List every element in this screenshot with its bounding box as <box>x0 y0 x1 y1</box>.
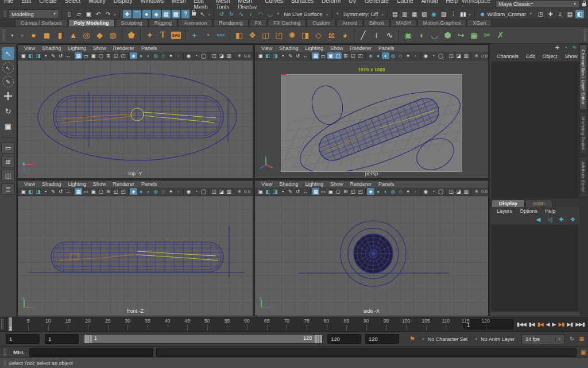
lattice-icon[interactable]: ⊠ <box>326 29 338 41</box>
sidebar-humanik-icon[interactable]: ✚ <box>546 10 555 18</box>
exposure-icon[interactable]: ✳ <box>235 188 243 195</box>
resolution-gate-icon[interactable]: ▣ <box>327 188 334 195</box>
viewport-menu-renderer[interactable]: Renderer <box>110 45 137 51</box>
safe-title-icon[interactable]: ◰ <box>119 52 127 59</box>
pencil-edit-icon[interactable]: ✎ <box>571 45 578 52</box>
move-tool[interactable] <box>2 90 14 102</box>
channel-box-menu-edit[interactable]: Edit <box>523 53 539 59</box>
viewport-menu-view[interactable]: View <box>21 181 38 187</box>
layer-list[interactable] <box>491 224 579 312</box>
multi-cut-icon[interactable]: ▦ <box>468 29 480 41</box>
wireframe-icon[interactable]: ◈ <box>367 52 374 59</box>
2d-pan-zoom-icon[interactable]: ✎ <box>287 188 294 195</box>
viewport-menu-renderer[interactable]: Renderer <box>347 181 374 187</box>
safe-action-icon[interactable]: ◱ <box>349 52 357 59</box>
viewport-side[interactable]: ViewShadingLightingShowRendererPanels ▣◧… <box>254 180 489 316</box>
ep-curve-icon[interactable]: ≀ <box>370 29 382 41</box>
step-back-frame-button[interactable]: ▮◀ <box>528 321 536 327</box>
command-line-mode-button[interactable]: MEL <box>9 349 29 355</box>
time-slider-track[interactable]: 5101520253035404550556065707580859095100… <box>8 317 460 331</box>
poly-plane-icon[interactable]: ◆ <box>94 29 106 41</box>
snap-projected-center-icon[interactable]: ◈ <box>152 10 161 18</box>
select-camera-icon[interactable]: ▣ <box>20 188 27 195</box>
viewport-menu-panels[interactable]: Panels <box>138 45 160 51</box>
svg-tool-icon[interactable]: SVG <box>170 29 182 41</box>
lasso-select-tool[interactable]: ↖ <box>2 62 14 74</box>
help-line-grip[interactable] <box>3 360 6 367</box>
new-layer-selected-icon[interactable]: ❖ <box>568 215 577 224</box>
layer-menu-layers[interactable]: Layers <box>493 208 516 214</box>
viewport-menu-show[interactable]: Show <box>327 181 346 187</box>
character-set-dropdown[interactable]: ▼No Character Set <box>420 336 467 342</box>
isolate-select-icon[interactable]: ◉ <box>185 52 192 59</box>
menu-set-dropdown[interactable]: Modeling▼ <box>9 9 59 18</box>
layer-menu-help[interactable]: Help <box>541 208 559 214</box>
playback-end-field[interactable]: 120 <box>327 334 361 344</box>
select-camera-icon[interactable]: ▣ <box>257 188 264 195</box>
wireframe-on-shaded-icon[interactable]: ◇ <box>397 52 404 59</box>
shaded-icon[interactable]: ● <box>374 188 382 195</box>
field-chart-icon[interactable]: ⊞ <box>105 52 112 59</box>
animation-end-field[interactable]: 120 <box>365 334 399 344</box>
dolly-view-icon[interactable]: ↔ <box>301 52 309 59</box>
xray-joints-icon[interactable]: ◯ <box>200 188 207 195</box>
select-camera-icon[interactable]: ▣ <box>257 52 264 59</box>
construction-plane-icon[interactable]: + <box>188 29 200 41</box>
shelf-tab-motion-graphics[interactable]: Motion Graphics <box>417 19 467 26</box>
shelf-tab-fx-caching[interactable]: FX Caching <box>268 19 306 26</box>
rotate-tool[interactable]: ↻ <box>2 105 14 117</box>
wireframe-on-shaded-icon[interactable]: ◇ <box>397 188 404 195</box>
new-scene-icon[interactable]: ▯ <box>65 10 74 18</box>
wedge-icon[interactable]: ↪ <box>455 29 467 41</box>
exposure-icon[interactable]: ✳ <box>473 52 480 59</box>
layer-tab-display[interactable]: Display <box>492 200 525 207</box>
viewport-menu-show[interactable]: Show <box>327 45 346 51</box>
viewport-menu-show[interactable]: Show <box>90 45 109 51</box>
use-default-material-icon[interactable]: ◍ <box>389 52 397 59</box>
viewport-top[interactable]: ViewShadingLightingShowRendererPanels ▣◧… <box>17 44 253 179</box>
snap-grid-icon[interactable]: ✚ <box>123 10 131 18</box>
shelf-tab-bifrost[interactable]: Bifrost <box>363 19 390 26</box>
orbit-view-icon[interactable]: ↺ <box>294 188 301 195</box>
camera-bookmark-icon[interactable]: ◨ <box>272 188 279 195</box>
undo-icon[interactable]: ↶ <box>94 10 103 18</box>
poly-cone-icon[interactable]: ▲ <box>67 29 79 41</box>
layout-four-pane-button[interactable]: ⊞ <box>1 156 15 167</box>
workspace-dropdown[interactable]: Maya Classic* ▼ <box>496 0 579 8</box>
separate-icon[interactable]: ❖ <box>246 29 258 41</box>
shelf-tab-curves-surfaces[interactable]: Curves / Surfaces <box>15 19 68 26</box>
select-camera-icon[interactable]: ▣ <box>20 52 27 59</box>
mirror-icon[interactable]: ◨ <box>299 29 311 41</box>
panel-tear-off-icon[interactable]: ◪ <box>455 188 462 195</box>
shelf-tab-arnold[interactable]: Arnold <box>336 19 363 26</box>
playback-start-field[interactable]: 1 <box>45 334 79 344</box>
chevron-down-icon[interactable]: ▼ <box>276 12 280 16</box>
orbit-view-icon[interactable]: ↺ <box>57 52 64 59</box>
camera-attributes-icon[interactable]: ◧ <box>27 188 34 195</box>
live-surface-a-icon[interactable]: ◠ <box>256 10 265 18</box>
redo-icon[interactable]: ↷ <box>104 10 113 18</box>
gate-mask-icon[interactable]: ▢ <box>97 52 105 59</box>
step-back-key-button[interactable]: ▮◀ <box>536 321 544 327</box>
shelf-tab-xgen[interactable]: XGen <box>467 19 492 26</box>
snap-to-origin-icon[interactable]: ◔ <box>202 29 214 41</box>
grid-icon[interactable]: ▦ <box>75 188 82 195</box>
snap-point-icon[interactable]: ● <box>142 10 151 18</box>
camera-bookmark-icon[interactable]: ◨ <box>34 188 42 195</box>
ipr-render-icon[interactable]: ▦ <box>410 10 419 18</box>
expander-icon[interactable]: ▸ <box>208 12 210 16</box>
resolution-gate-icon[interactable]: ▣ <box>90 188 97 195</box>
exposure-icon[interactable]: ✳ <box>235 52 243 59</box>
workspace-lock-icon[interactable] <box>582 3 586 6</box>
sidebar-channel-box-icon[interactable]: ◧ <box>575 10 584 18</box>
cut-tool-icon[interactable]: ✂ <box>481 29 493 41</box>
2d-pan-zoom-icon[interactable]: ✎ <box>287 52 294 59</box>
curve-snap-b-icon[interactable]: ≀ <box>246 10 255 18</box>
gamma-value[interactable]: 0.0 <box>481 189 488 194</box>
poly-cylinder-icon[interactable]: ▮ <box>54 29 66 41</box>
layer-empty-icon[interactable]: ◁ <box>546 215 554 224</box>
shelf-tab-sculpting[interactable]: Sculpting <box>115 19 148 26</box>
viewport-menu-view[interactable]: View <box>258 181 275 187</box>
lights-icon[interactable]: ✦ <box>404 52 412 59</box>
viewport-menu-renderer[interactable]: Renderer <box>347 45 374 51</box>
